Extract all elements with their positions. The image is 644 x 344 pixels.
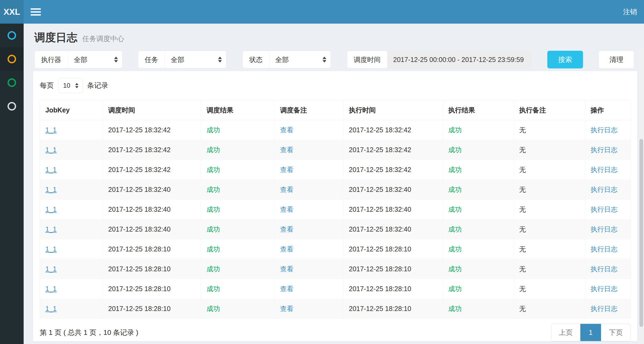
logout-link[interactable]: 注销	[616, 0, 644, 24]
handle-time-cell: 2017-12-25 18:28:10	[343, 259, 443, 279]
col-handle-result: 执行结果	[443, 100, 514, 120]
trigger-result-text: 成功	[207, 245, 220, 253]
page-size-select[interactable]: 10	[58, 78, 83, 93]
trigger-msg-view-link[interactable]: 查看	[280, 146, 294, 153]
next-page-button[interactable]: 下页	[601, 324, 630, 341]
handle-result-text: 成功	[448, 305, 462, 312]
handle-msg-cell: 无	[514, 160, 585, 180]
executor-filter-select[interactable]: 全部	[68, 51, 122, 68]
trigger-result-text: 成功	[207, 305, 220, 312]
trigger-result-text: 成功	[207, 285, 220, 292]
execution-log-link[interactable]: 执行日志	[591, 166, 617, 173]
handle-msg-cell: 无	[514, 140, 585, 160]
scrollbar-thumb[interactable]	[639, 139, 643, 327]
page-subtitle: 任务调度中心	[82, 35, 124, 43]
trigger-result-text: 成功	[207, 206, 220, 213]
execution-log-link[interactable]: 执行日志	[591, 225, 617, 233]
jobkey-link[interactable]: 1_1	[45, 265, 57, 273]
handle-msg-cell: 无	[514, 120, 585, 140]
sidebar-toggle-button[interactable]	[31, 0, 50, 24]
trigger-time-cell: 2017-12-25 18:28:10	[103, 299, 201, 319]
filter-bar: 执行器 全部 任务 全部 状态 全部	[34, 51, 644, 68]
job-filter-label: 任务	[138, 51, 165, 68]
trigger-time-cell: 2017-12-25 18:28:10	[103, 279, 201, 299]
col-trigger-msg: 调度备注	[275, 100, 343, 120]
executor-filter-group: 执行器 全部	[34, 51, 122, 68]
handle-time-cell: 2017-12-25 18:32:42	[343, 140, 443, 160]
trigger-result-text: 成功	[207, 265, 220, 273]
select-arrows-icon	[218, 57, 222, 63]
jobkey-link[interactable]: 1_1	[45, 206, 57, 213]
execution-log-link[interactable]: 执行日志	[591, 126, 617, 134]
handle-result-text: 成功	[448, 265, 462, 273]
job-filter-select[interactable]: 全部	[165, 51, 226, 68]
trigger-msg-view-link[interactable]: 查看	[280, 285, 294, 292]
clear-button[interactable]: 清理	[599, 51, 634, 68]
app-logo: XXL	[0, 0, 24, 24]
handle-msg-cell: 无	[514, 259, 585, 279]
handle-time-cell: 2017-12-25 18:32:40	[343, 200, 443, 219]
table-row: 1_1 2017-12-25 18:28:10 成功 查看 2017-12-25…	[40, 239, 631, 259]
sidebar-item-2[interactable]	[0, 47, 24, 71]
jobkey-link[interactable]: 1_1	[45, 166, 57, 173]
handle-msg-cell: 无	[514, 299, 585, 319]
handle-result-text: 成功	[448, 245, 462, 253]
trigger-time-filter-label: 调度时间	[347, 51, 387, 68]
pager: 上页 1 下页	[551, 324, 631, 341]
trigger-result-text: 成功	[207, 225, 220, 233]
trigger-msg-view-link[interactable]: 查看	[280, 166, 294, 173]
pagination-bar: 第 1 页 ( 总共 1 页，10 条记录 ) 上页 1 下页	[40, 324, 631, 341]
execution-log-link[interactable]: 执行日志	[591, 146, 617, 153]
trigger-msg-view-link[interactable]: 查看	[280, 245, 294, 253]
trigger-msg-view-link[interactable]: 查看	[280, 186, 294, 193]
jobkey-link[interactable]: 1_1	[45, 285, 57, 292]
trigger-msg-view-link[interactable]: 查看	[280, 126, 294, 134]
handle-result-text: 成功	[448, 166, 462, 173]
execution-log-link[interactable]: 执行日志	[591, 206, 617, 213]
jobkey-link[interactable]: 1_1	[45, 305, 57, 312]
execution-log-link[interactable]: 执行日志	[591, 265, 617, 273]
page-size-control: 每页 10 条记录	[40, 78, 631, 93]
jobkey-link[interactable]: 1_1	[45, 126, 57, 134]
navbar: 注销	[24, 0, 644, 24]
table-row: 1_1 2017-12-25 18:32:42 成功 查看 2017-12-25…	[40, 120, 631, 140]
handle-msg-cell: 无	[514, 180, 585, 200]
sidebar-item-3[interactable]	[0, 71, 24, 94]
job-filter-group: 任务 全部	[138, 51, 226, 68]
jobkey-link[interactable]: 1_1	[45, 225, 57, 233]
table-row: 1_1 2017-12-25 18:32:40 成功 查看 2017-12-25…	[40, 219, 631, 239]
handle-result-text: 成功	[448, 225, 462, 233]
col-trigger-time: 调度时间	[103, 100, 201, 120]
page-title: 调度日志	[34, 31, 77, 43]
col-trigger-result: 调度结果	[201, 100, 275, 120]
scrollbar-track[interactable]	[639, 47, 644, 344]
jobkey-link[interactable]: 1_1	[45, 146, 57, 153]
trigger-msg-view-link[interactable]: 查看	[280, 206, 294, 213]
trigger-time-cell: 2017-12-25 18:28:10	[103, 239, 201, 259]
trigger-msg-view-link[interactable]: 查看	[280, 225, 294, 233]
content-header: 调度日志 任务调度中心	[24, 24, 644, 45]
execution-log-link[interactable]: 执行日志	[591, 305, 617, 312]
sidebar-item-1[interactable]	[0, 24, 24, 47]
status-filter-group: 状态 全部	[243, 51, 331, 68]
trigger-time-range-input[interactable]: 2017-12-25 00:00:00 - 2017-12-25 23:59:5…	[387, 51, 531, 68]
table-row: 1_1 2017-12-25 18:32:42 成功 查看 2017-12-25…	[40, 140, 631, 160]
jobkey-link[interactable]: 1_1	[45, 186, 57, 193]
trigger-msg-view-link[interactable]: 查看	[280, 305, 294, 312]
current-page-button[interactable]: 1	[580, 324, 601, 341]
prev-page-button[interactable]: 上页	[551, 324, 580, 341]
trigger-time-cell: 2017-12-25 18:32:42	[103, 140, 201, 160]
page-size-prefix-label: 每页	[40, 81, 54, 90]
trigger-msg-view-link[interactable]: 查看	[280, 265, 294, 273]
page-size-suffix-label: 条记录	[87, 81, 108, 90]
search-button[interactable]: 搜索	[547, 51, 583, 68]
log-panel: 每页 10 条记录 JobKey 调度时间 调度结果 调度备	[33, 71, 637, 341]
execution-log-link[interactable]: 执行日志	[591, 285, 617, 292]
status-filter-select[interactable]: 全部	[269, 51, 331, 68]
table-header-row: JobKey 调度时间 调度结果 调度备注 执行时间 执行结果 执行备注 操作	[40, 100, 631, 120]
jobkey-link[interactable]: 1_1	[45, 245, 57, 253]
execution-log-link[interactable]: 执行日志	[591, 245, 617, 253]
sidebar-item-4[interactable]	[0, 94, 24, 118]
executor-filter-label: 执行器	[35, 51, 68, 68]
execution-log-link[interactable]: 执行日志	[591, 186, 617, 193]
